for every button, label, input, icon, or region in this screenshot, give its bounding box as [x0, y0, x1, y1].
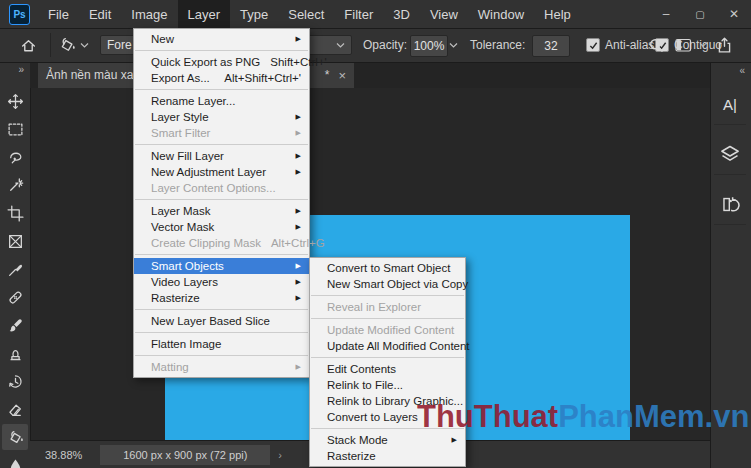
watermark-part1: ThuThuat — [417, 399, 558, 434]
menu-separator — [311, 295, 464, 296]
menu-item-label: Convert to Smart Object — [327, 262, 450, 274]
opacity-dropdown-button[interactable] — [449, 35, 458, 55]
maximize-button[interactable]: ▢ — [683, 0, 717, 28]
brush-tool[interactable] — [2, 312, 28, 338]
toolbar-collapse-button[interactable]: » — [18, 64, 25, 75]
menu-item-new-smart-object-via-copy[interactable]: New Smart Object via Copy — [310, 276, 465, 292]
menu-item-new-adjustment-layer[interactable]: New Adjustment Layer▶ — [134, 164, 309, 180]
menubar-item-3d[interactable]: 3D — [383, 0, 420, 28]
chevron-down-icon — [336, 42, 345, 49]
menu-item-vector-mask[interactable]: Vector Mask▶ — [134, 219, 309, 235]
anti-alias-checkbox[interactable]: Anti-alias — [586, 28, 654, 62]
watermark: ThuThuatPhanMem.vn — [417, 399, 749, 435]
move-tool[interactable] — [2, 88, 28, 114]
menu-separator — [135, 144, 308, 145]
menu-item-flatten-image[interactable]: Flatten Image — [134, 336, 309, 352]
menu-item-label: Video Layers — [151, 276, 218, 288]
current-tool-button[interactable] — [58, 28, 89, 62]
chevron-down-icon — [449, 42, 458, 49]
menubar-item-help[interactable]: Help — [534, 0, 581, 28]
close-button[interactable]: ✕ — [717, 0, 751, 28]
menu-item-label: Layer Style — [151, 111, 209, 123]
tolerance-input[interactable]: 32 — [532, 35, 570, 57]
blur-tool[interactable] — [2, 452, 28, 468]
home-button[interactable] — [20, 28, 37, 62]
opacity-value[interactable]: 100% — [410, 35, 448, 57]
menu-item-export-as[interactable]: Export As...Alt+Shift+Ctrl+' — [134, 70, 309, 86]
menubar-item-window[interactable]: Window — [468, 0, 534, 28]
menu-item-update-all-modified-content[interactable]: Update All Modified Content — [310, 338, 465, 354]
menu-item-rasterize[interactable]: Rasterize▶ — [134, 290, 309, 306]
menu-item-smart-objects[interactable]: Smart Objects▶ — [134, 258, 309, 274]
menu-item-rename-layer[interactable]: Rename Layer... — [134, 93, 309, 109]
dock-collapse-button[interactable]: « — [739, 65, 746, 76]
menu-item-convert-to-smart-object[interactable]: Convert to Smart Object — [310, 260, 465, 276]
menubar-item-layer[interactable]: Layer — [178, 0, 231, 28]
menu-item-new-fill-layer[interactable]: New Fill Layer▶ — [134, 148, 309, 164]
menubar-item-view[interactable]: View — [420, 0, 468, 28]
clone-stamp-tool[interactable] — [2, 340, 28, 366]
history-panel-button[interactable] — [714, 184, 746, 225]
menu-item-relink-to-file[interactable]: Relink to File... — [310, 377, 465, 393]
menubar-item-edit[interactable]: Edit — [79, 0, 121, 28]
menubar-item-image[interactable]: Image — [121, 0, 177, 28]
menu-item-label: Rasterize — [151, 292, 200, 304]
zoom-level[interactable]: 38.88% — [45, 449, 82, 461]
layers-panel-button[interactable] — [714, 134, 746, 175]
layers-panel-icon — [720, 145, 740, 163]
anti-alias-label: Anti-alias — [605, 38, 654, 52]
menu-item-video-layers[interactable]: Video Layers▶ — [134, 274, 309, 290]
watermark-part2: PhanMem.vn — [558, 399, 749, 434]
menu-item-edit-contents[interactable]: Edit Contents — [310, 361, 465, 377]
crop-tool[interactable] — [2, 200, 28, 226]
menubar-item-file[interactable]: File — [38, 0, 79, 28]
opacity-label: Opacity: — [363, 28, 407, 62]
spot-healing-brush-tool[interactable] — [2, 284, 28, 310]
eraser-tool[interactable] — [2, 396, 28, 422]
character-panel-button[interactable]: A| — [714, 84, 746, 125]
submenu-arrow-icon: ▶ — [288, 168, 301, 176]
magic-wand-tool[interactable] — [2, 172, 28, 198]
status-chevron-icon[interactable]: › — [278, 449, 282, 461]
home-icon — [23, 40, 35, 50]
divider — [50, 33, 51, 57]
menu-separator — [311, 318, 464, 319]
tool-options-bar: Fore Opacity: 100% Tolerance: 32 Anti-al… — [0, 28, 751, 63]
share-button[interactable] — [716, 28, 733, 62]
tab-close-icon[interactable]: × — [338, 68, 346, 83]
menu-item-label: New Layer Based Slice — [151, 315, 270, 327]
menu-item-label: Relink to File... — [327, 379, 403, 391]
menubar-item-select[interactable]: Select — [278, 0, 334, 28]
menu-item-smart-filter: Smart Filter▶ — [134, 125, 309, 141]
menu-item-label: New Adjustment Layer — [151, 166, 266, 178]
menu-separator — [311, 357, 464, 358]
rectangular-marquee-tool-icon — [7, 121, 24, 138]
history-brush-tool[interactable] — [2, 368, 28, 394]
menu-item-quick-export-as-png[interactable]: Quick Export as PNGShift+Ctrl+' — [134, 54, 309, 70]
spot-healing-brush-tool-icon — [7, 289, 24, 306]
lasso-tool[interactable] — [2, 144, 28, 170]
frame-tool[interactable] — [2, 228, 28, 254]
eyedropper-tool[interactable] — [2, 256, 28, 282]
menu-item-rasterize[interactable]: Rasterize — [310, 448, 465, 464]
chevron-down-icon — [699, 42, 707, 48]
menubar-item-filter[interactable]: Filter — [334, 0, 383, 28]
lasso-tool-icon — [7, 149, 24, 166]
workspace-chevron[interactable] — [699, 28, 707, 62]
menu-item-layer-style[interactable]: Layer Style▶ — [134, 109, 309, 125]
menu-item-new-layer-based-slice[interactable]: New Layer Based Slice — [134, 313, 309, 329]
workspace-button[interactable] — [675, 28, 692, 62]
minimize-button[interactable]: – — [649, 0, 683, 28]
menu-item-layer-mask[interactable]: Layer Mask▶ — [134, 203, 309, 219]
submenu-arrow-icon: ▶ — [288, 223, 301, 231]
menu-item-label: Update Modified Content — [327, 324, 454, 336]
search-button[interactable] — [648, 28, 665, 62]
rectangular-marquee-tool[interactable] — [2, 116, 28, 142]
submenu-arrow-icon: ▶ — [288, 278, 301, 286]
paint-bucket-tool[interactable] — [2, 424, 28, 450]
menu-separator — [135, 50, 308, 51]
menu-separator — [135, 199, 308, 200]
menu-item-shortcut: Shift+Ctrl+' — [260, 56, 327, 68]
menubar-item-type[interactable]: Type — [230, 0, 278, 28]
menu-item-new[interactable]: New▶ — [134, 31, 309, 47]
